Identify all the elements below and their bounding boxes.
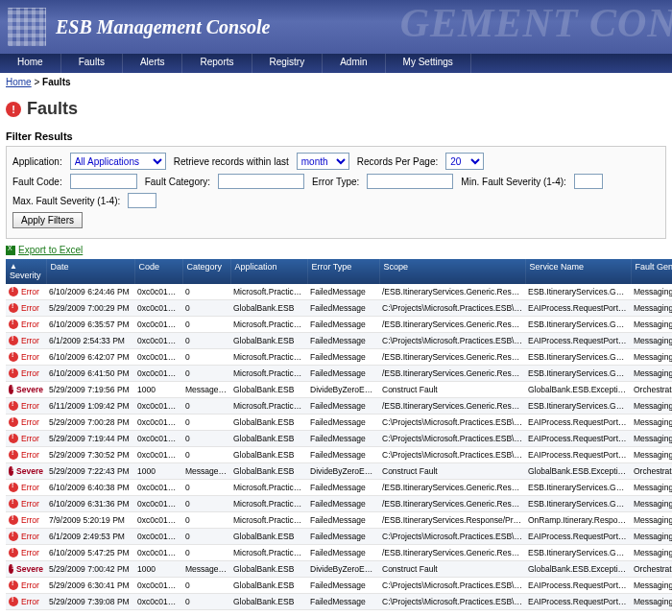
export-to-excel-link[interactable]: Export to Excel (0, 243, 88, 257)
nav-registry[interactable]: Registry (252, 54, 324, 73)
category-cell: 0 (182, 529, 230, 545)
col-date[interactable]: Date (46, 259, 134, 284)
table-row[interactable]: Error6/10/2009 6:41:50 PM0xc0c016570Micr… (6, 366, 672, 382)
severity-cell: Error (9, 499, 43, 509)
col-fault-generator[interactable]: Fault Generator (631, 259, 672, 284)
table-row[interactable]: Error5/29/2009 7:30:52 PM0xc0c016570Glob… (6, 447, 672, 463)
table-row[interactable]: Error7/9/2009 5:20:19 PM0xc0c016570Micro… (6, 512, 672, 529)
col-code[interactable]: Code (134, 259, 182, 284)
table-row[interactable]: Error6/1/2009 2:54:33 PM0xc0c016570Globa… (6, 333, 672, 349)
category-cell: 0 (182, 512, 230, 529)
col-error-type[interactable]: Error Type (307, 259, 379, 284)
nav-faults[interactable]: Faults (61, 54, 123, 73)
excel-icon (6, 246, 15, 255)
records-per-page-select[interactable]: 20 (445, 153, 484, 170)
table-row[interactable]: Error6/10/2009 5:47:25 PM0xc0c016570Micr… (6, 545, 672, 561)
error-type-input[interactable] (367, 174, 453, 189)
service-name-cell: EAIProcess.RequestPort_FILE (525, 447, 631, 463)
application-cell: GlobalBank.ESB (230, 463, 307, 480)
error-type-cell: FailedMessage (307, 529, 379, 545)
severity-icon (9, 483, 18, 492)
table-row[interactable]: Error6/11/2009 1:09:42 PM0xc0c016570Micr… (6, 398, 672, 415)
code-cell: 0xc0c01657 (134, 398, 182, 415)
application-cell: GlobalBank.ESB (230, 431, 307, 447)
col-application[interactable]: Application (230, 259, 307, 284)
table-row[interactable]: Error6/10/2009 6:42:07 PM0xc0c016570Micr… (6, 349, 672, 366)
table-row[interactable]: Severe5/29/2009 7:19:56 PM1000MessageBui… (6, 382, 672, 398)
table-row[interactable]: Error5/29/2009 7:00:28 PM0xc0c016570Glob… (6, 415, 672, 431)
category-cell: 0 (182, 545, 230, 561)
nav-admin[interactable]: Admin (323, 54, 385, 73)
apply-filters-button[interactable]: Apply Filters (12, 212, 83, 228)
table-row[interactable]: Error5/29/2009 7:39:08 PM0xc0c016570Glob… (6, 594, 672, 610)
export-label: Export to Excel (18, 245, 83, 255)
table-row[interactable]: Error5/29/2009 6:30:41 PM0xc0c016570Glob… (6, 578, 672, 594)
date-cell: 5/29/2009 7:19:44 PM (46, 431, 134, 447)
table-row[interactable]: Error6/1/2009 2:49:53 PM0xc0c016570Globa… (6, 529, 672, 545)
fault-generator-cell: Messaging.ReceiveLocation (631, 333, 672, 349)
scope-cell: Construct Fault (379, 561, 525, 578)
severity-icon (9, 597, 18, 606)
severity-icon (9, 287, 18, 296)
table-row[interactable]: Error6/10/2009 6:35:57 PM0xc0c016570Micr… (6, 317, 672, 333)
breadcrumb-current: Faults (42, 77, 70, 87)
fault-category-input[interactable] (218, 174, 304, 189)
scope-cell: /ESB.ItineraryServices.Generic.Response.… (379, 317, 525, 333)
col-scope[interactable]: Scope (379, 259, 525, 284)
nav-my-settings[interactable]: My Settings (386, 54, 471, 73)
table-row[interactable]: Error5/29/2009 7:00:29 PM0xc0c016570Glob… (6, 300, 672, 317)
code-cell: 0xc0c01657 (134, 333, 182, 349)
severity-icon (9, 303, 18, 313)
min-severity-input[interactable] (574, 174, 603, 189)
category-cell: 0 (182, 284, 230, 300)
breadcrumb-home[interactable]: Home (6, 77, 32, 87)
col-category[interactable]: Category (182, 259, 230, 284)
severity-cell: Error (9, 287, 43, 296)
severity-icon (9, 352, 18, 362)
fault-generator-cell: Orchestration (631, 561, 672, 578)
code-cell: 0xc0c01657 (134, 349, 182, 366)
fault-generator-cell: Messaging.ReceiveLocation (631, 366, 672, 382)
table-row[interactable]: Severe5/29/2009 7:22:43 PM1000MessageBui… (6, 463, 672, 480)
application-cell: Microsoft.Practices.ESB (230, 398, 307, 415)
scope-cell: /ESB.ItineraryServices.Generic.Response.… (379, 398, 525, 415)
date-cell: 5/29/2009 7:30:52 PM (46, 447, 134, 463)
severity-cell: Error (9, 368, 43, 378)
col-severity[interactable]: ▲Severity (6, 259, 46, 284)
date-cell: 6/10/2009 6:24:46 PM (46, 284, 134, 300)
table-row[interactable]: Error6/10/2009 6:31:36 PM0xc0c016570Micr… (6, 496, 672, 512)
severity-cell: Severe (9, 466, 43, 476)
scope-cell: C:\Projects\Microsoft.Practices.ESB\Sour… (379, 431, 525, 447)
logo-icon (8, 8, 46, 46)
nav-home[interactable]: Home (0, 54, 61, 73)
application-cell: Microsoft.Practices.ESB (230, 545, 307, 561)
severity-cell: Error (9, 336, 43, 345)
table-row[interactable]: Error5/29/2009 7:19:44 PM0xc0c016570Glob… (6, 431, 672, 447)
table-row[interactable]: Error6/10/2009 6:40:38 PM0xc0c016570Micr… (6, 480, 672, 496)
pager: 12 (0, 612, 672, 616)
severity-cell: Error (9, 532, 43, 541)
code-cell: 0xc0c01657 (134, 284, 182, 300)
application-cell: GlobalBank.ESB (230, 561, 307, 578)
fault-generator-cell: Messaging.ReceiveLocation (631, 578, 672, 594)
nav-alerts[interactable]: Alerts (123, 54, 183, 73)
code-cell: 0xc0c01657 (134, 366, 182, 382)
fault-generator-cell: Messaging.ReceiveLocation (631, 415, 672, 431)
period-select[interactable]: month (297, 153, 349, 170)
fault-code-input[interactable] (70, 174, 137, 189)
error-type-cell: DivideByZeroException (307, 561, 379, 578)
table-row[interactable]: Severe5/29/2009 7:00:42 PM1000MessageBui… (6, 561, 672, 578)
scope-cell: C:\Projects\Microsoft.Practices.ESB\Sour… (379, 415, 525, 431)
application-select[interactable]: All Applications (70, 153, 166, 170)
nav-reports[interactable]: Reports (182, 54, 252, 73)
code-cell: 0xc0c01657 (134, 447, 182, 463)
code-cell: 1000 (134, 561, 182, 578)
severity-icon (9, 385, 13, 394)
scope-cell: C:\Projects\Microsoft.Practices.ESB\Sour… (379, 529, 525, 545)
max-severity-input[interactable] (128, 193, 156, 208)
code-cell: 0xc0c01657 (134, 431, 182, 447)
col-service-name[interactable]: Service Name (525, 259, 631, 284)
table-row[interactable]: Error6/10/2009 6:24:46 PM0xc0c016570Micr… (6, 284, 672, 300)
fault-generator-cell: Messaging.ReceiveLocation (631, 512, 672, 529)
category-cell: 0 (182, 349, 230, 366)
